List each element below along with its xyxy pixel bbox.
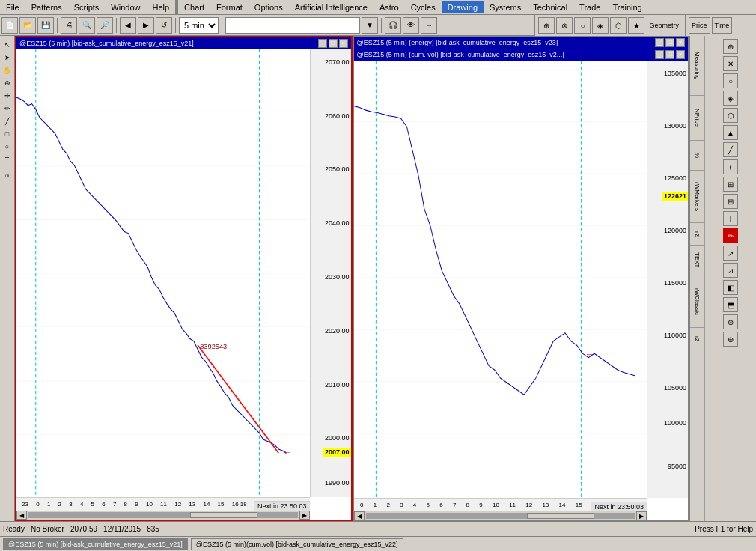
menu-file[interactable]: File	[0, 1, 25, 13]
menu-astro[interactable]: Astro	[374, 1, 405, 13]
chart2-scrollbar[interactable]: ◀ ▶	[354, 511, 647, 520]
right-tool-5[interactable]: ⬡	[723, 108, 738, 123]
right-tool-17[interactable]: ⊛	[723, 314, 738, 329]
right-tool-18[interactable]: ⊕	[723, 332, 738, 347]
cursor-tool[interactable]: ↖	[1, 39, 13, 51]
rwclassic-label[interactable]: rWClassic	[690, 276, 704, 328]
zoom-tool[interactable]: ⊕	[1, 77, 13, 89]
chart2-scrollbar-left[interactable]: ◀	[354, 511, 365, 520]
nprice-label[interactable]: NPrice	[690, 96, 704, 141]
measuring-label[interactable]: Measuring	[690, 36, 704, 96]
right-tool-11[interactable]: T	[723, 211, 738, 226]
zoom-out-btn[interactable]: 🔎	[97, 17, 113, 34]
right-tool-13[interactable]: ↗	[723, 246, 738, 261]
menu-patterns[interactable]: Patterns	[25, 1, 68, 13]
cross-tool[interactable]: ✛	[1, 90, 13, 102]
text-label[interactable]: TEXT	[690, 246, 704, 276]
chart2-sub-maximize[interactable]: □	[665, 50, 674, 59]
r2-label1[interactable]: r2	[690, 223, 704, 246]
scrollbar-left-btn[interactable]: ◀	[16, 511, 27, 520]
menu-cycles[interactable]: Cycles	[405, 1, 442, 13]
right-tool-8[interactable]: ⟨	[723, 159, 738, 174]
chart1-maximize[interactable]: □	[329, 39, 338, 48]
menu-help[interactable]: Help	[146, 1, 175, 13]
menu-window[interactable]: Window	[105, 1, 146, 13]
right-tool-1[interactable]: ⊕	[723, 39, 738, 54]
chart2-close[interactable]: ×	[676, 38, 685, 47]
rect-tool[interactable]: □	[1, 128, 13, 140]
percent-label[interactable]: %	[690, 141, 704, 171]
draw-tool-4[interactable]: ◈	[592, 17, 609, 34]
right-tool-15[interactable]: ◧	[723, 280, 738, 295]
draw-tool-3[interactable]: ○	[574, 17, 591, 34]
menu-trade[interactable]: Trade	[573, 1, 606, 13]
chart1-canvas[interactable]: ← 8392543	[16, 49, 310, 497]
headset-btn[interactable]: 🎧	[385, 17, 401, 34]
hand-tool[interactable]: ✋	[1, 64, 13, 76]
chart2-sub-minimize[interactable]: _	[655, 50, 664, 59]
right-tool-9[interactable]: ⊞	[723, 177, 738, 192]
line-tool[interactable]: ╱	[1, 115, 13, 127]
right-tool-7[interactable]: ╱	[723, 142, 738, 157]
chart1-scrollbar[interactable]: ◀ ▶	[16, 511, 310, 520]
scrollbar-thumb[interactable]	[190, 512, 257, 518]
open-btn[interactable]: 📂	[19, 17, 36, 34]
text-tool[interactable]: T	[1, 153, 13, 165]
right-tool-12[interactable]: ✏	[723, 228, 738, 243]
chart2-scrollbar-thumb[interactable]	[527, 513, 594, 519]
menu-format[interactable]: Format	[210, 1, 249, 13]
chart2-scrollbar-track[interactable]	[366, 513, 635, 519]
taskbar-item-1[interactable]: @ESZ15 (5 min) [bid-ask_cumulative_energ…	[3, 538, 188, 550]
chart2-maximize[interactable]: □	[665, 38, 674, 47]
arrow-tool[interactable]: ➤	[1, 52, 13, 64]
chart1-minimize[interactable]: _	[318, 39, 327, 48]
refresh-btn[interactable]: ↺	[156, 17, 172, 34]
pen-tool[interactable]: ✏	[1, 103, 13, 115]
new-btn[interactable]: 📄	[1, 17, 18, 34]
ellipse-tool[interactable]: ○	[1, 141, 13, 153]
eye-btn[interactable]: 👁	[403, 17, 419, 34]
draw-tool-5[interactable]: ⬡	[610, 17, 627, 34]
time-btn[interactable]: Time	[712, 17, 733, 34]
right-tool-14[interactable]: ⊿	[723, 263, 738, 278]
fwd-btn[interactable]: ▶	[138, 17, 154, 34]
print-btn[interactable]: 🖨	[61, 17, 77, 34]
rw-label[interactable]: rWMarkers	[690, 171, 704, 223]
scrollbar-track[interactable]	[28, 512, 298, 518]
chart1-close[interactable]: ×	[339, 39, 348, 48]
right-tool-3[interactable]: ○	[723, 73, 738, 88]
status-value: 835	[147, 525, 159, 533]
search-go-btn[interactable]: ▼	[362, 17, 378, 34]
right-tool-6[interactable]: ▲	[723, 125, 738, 140]
menu-technical[interactable]: Technical	[527, 1, 573, 13]
timeframe-select[interactable]: 5 min	[179, 17, 219, 34]
right-tool-10[interactable]: ⊟	[723, 194, 738, 209]
arrow-btn[interactable]: →	[421, 17, 437, 34]
menu-systems[interactable]: Systems	[484, 1, 527, 13]
menu-scripts[interactable]: Scripts	[68, 1, 106, 13]
menu-chart[interactable]: Chart	[178, 1, 210, 13]
zoom-in-btn[interactable]: 🔍	[79, 17, 95, 34]
search-input[interactable]	[225, 17, 360, 34]
chart2-scrollbar-right[interactable]: ▶	[636, 511, 647, 520]
chart2-minimize[interactable]: _	[655, 38, 664, 47]
chart2-canvas[interactable]: ←	[354, 61, 647, 498]
draw-tool-6[interactable]: ★	[628, 17, 644, 34]
menu-training[interactable]: Training	[606, 1, 647, 13]
sep1	[57, 18, 58, 33]
right-tool-16[interactable]: ⬒	[723, 297, 738, 312]
menu-drawing[interactable]: Drawing	[442, 1, 484, 13]
back-btn[interactable]: ◀	[120, 17, 136, 34]
menu-ai[interactable]: Artificial Intelligence	[289, 1, 374, 13]
taskbar-item-2[interactable]: @ESZ15 (5 min)(cum.vol) [bid-ask_cumulat…	[191, 538, 403, 550]
chart2-sub-close[interactable]: ×	[676, 50, 685, 59]
r2-label2[interactable]: r2	[690, 328, 704, 350]
menu-options[interactable]: Options	[249, 1, 289, 13]
save-btn[interactable]: 💾	[37, 17, 54, 34]
draw-tool-1[interactable]: ⊕	[538, 17, 555, 34]
right-tool-2[interactable]: ✕	[723, 56, 738, 71]
scrollbar-right-btn[interactable]: ▶	[299, 511, 310, 520]
right-tool-4[interactable]: ◈	[723, 91, 738, 106]
draw-tool-2[interactable]: ⊗	[556, 17, 573, 34]
price-btn[interactable]: Price	[689, 17, 710, 34]
